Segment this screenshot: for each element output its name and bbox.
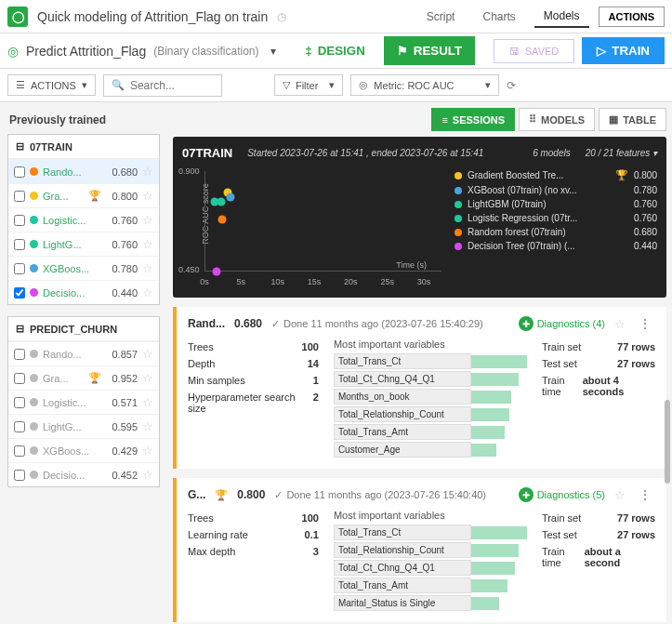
star-icon[interactable]: ☆: [142, 261, 153, 275]
kebab-icon[interactable]: ⋮: [635, 316, 655, 331]
session-box: ⊟07TRAINRando...0.680☆Gra...🏆0.800☆Logis…: [7, 134, 160, 305]
model-row[interactable]: Decisio...0.452☆: [8, 462, 159, 486]
model-checkbox[interactable]: [14, 166, 25, 178]
tab-script[interactable]: Script: [417, 7, 465, 27]
model-checkbox[interactable]: [14, 470, 25, 481]
model-row[interactable]: XGBoos...0.780☆: [8, 256, 159, 280]
tab-charts[interactable]: Charts: [473, 7, 524, 27]
actions-dropdown[interactable]: ☰ACTIONS ▾: [7, 74, 96, 96]
metric-dropdown[interactable]: ◎Metric: ROC AUC▾: [350, 74, 499, 96]
trophy-icon: 🏆: [88, 190, 101, 202]
legend-score: 0.760: [634, 213, 657, 223]
chart-point[interactable]: [226, 193, 234, 202]
model-row[interactable]: LightG...0.595☆: [8, 414, 159, 438]
model-row[interactable]: XGBoos...0.429☆: [8, 438, 159, 462]
star-icon[interactable]: ☆: [142, 237, 153, 251]
model-row[interactable]: Gra...🏆0.800☆: [8, 183, 159, 207]
train-button[interactable]: ▷TRAIN: [582, 37, 665, 64]
chart-features[interactable]: 20 / 21 features ▾: [586, 148, 657, 158]
star-icon[interactable]: ☆: [142, 285, 153, 299]
star-icon[interactable]: ☆: [142, 371, 153, 385]
model-checkbox[interactable]: [14, 397, 25, 408]
var-row: Customer_Age: [334, 442, 527, 458]
chart-xtick: 5s: [237, 277, 246, 286]
diagnostics-link[interactable]: ✚Diagnostics (4): [519, 316, 605, 331]
design-button[interactable]: ‡DESIGN: [294, 38, 376, 63]
model-checkbox[interactable]: [14, 373, 25, 384]
model-checkbox[interactable]: [14, 349, 25, 360]
diagnostics-link[interactable]: ✚Diagnostics (5): [519, 487, 605, 502]
card-stats: Train set77 rowsTest set27 rowsTrain tim…: [542, 339, 655, 459]
session-header[interactable]: ⊟07TRAIN: [8, 135, 159, 159]
star-icon[interactable]: ☆: [142, 419, 153, 433]
model-card: Rand...0.680✓Done 11 months ago (2023-07…: [173, 307, 666, 469]
model-checkbox[interactable]: [14, 191, 25, 202]
legend-row[interactable]: Logistic Regression (07tr...0.760: [455, 211, 657, 225]
chart-point[interactable]: [212, 268, 220, 276]
viewtab-table[interactable]: ▦TABLE: [599, 108, 666, 131]
chevron-down-icon[interactable]: ▾: [270, 45, 276, 58]
star-icon[interactable]: ☆: [614, 488, 626, 502]
param-row: Trees100: [188, 339, 319, 355]
target-icon: ◎: [7, 44, 19, 59]
model-checkbox[interactable]: [14, 445, 25, 457]
kebab-icon[interactable]: ⋮: [635, 487, 655, 502]
model-row[interactable]: Rando...0.680☆: [8, 159, 159, 183]
stat-row: Train timeabout 4 seconds: [542, 372, 655, 400]
star-icon[interactable]: ☆: [142, 444, 153, 458]
legend-row[interactable]: Gradient Boosted Tre...🏆0.800: [455, 167, 657, 183]
model-checkbox[interactable]: [14, 215, 25, 226]
model-name: Rando...: [43, 166, 101, 178]
model-row[interactable]: LightG...0.760☆: [8, 232, 159, 256]
viewtab-models[interactable]: ⠿MODELS: [519, 108, 595, 131]
model-score: 0.952: [106, 373, 138, 384]
star-icon[interactable]: ☆: [614, 317, 626, 331]
model-checkbox[interactable]: [14, 421, 25, 432]
model-row[interactable]: Logistic...0.571☆: [8, 390, 159, 414]
filter-dropdown[interactable]: ▽Filter▾: [274, 74, 343, 96]
legend-name: LightGBM (07train): [468, 199, 628, 209]
chart-point[interactable]: [217, 215, 226, 223]
legend-dot: [455, 201, 462, 208]
star-icon[interactable]: ☆: [142, 468, 153, 482]
model-score: 0.571: [106, 397, 138, 408]
star-icon[interactable]: ☆: [142, 395, 153, 409]
star-icon[interactable]: ☆: [142, 213, 153, 227]
model-name: XGBoos...: [43, 263, 101, 274]
model-row[interactable]: Gra...🏆0.952☆: [8, 365, 159, 390]
legend-row[interactable]: Random forest (07train)0.680: [455, 225, 657, 239]
session-header[interactable]: ⊟PREDICT_CHURN: [8, 317, 159, 341]
model-checkbox[interactable]: [14, 287, 25, 299]
app-logo-icon[interactable]: ◯: [7, 7, 28, 27]
legend-row[interactable]: Decision Tree (07train) (...0.440: [455, 239, 657, 253]
tab-models[interactable]: Models: [534, 6, 589, 28]
legend-row[interactable]: XGBoost (07train) (no xv...0.780: [455, 183, 657, 197]
star-icon[interactable]: ☆: [142, 189, 153, 203]
star-icon[interactable]: ☆: [142, 165, 153, 179]
model-checkbox[interactable]: [14, 263, 25, 274]
model-checkbox[interactable]: [14, 239, 25, 250]
chart-xtick: 0s: [200, 277, 209, 286]
model-row[interactable]: Decisio...0.440☆: [8, 280, 159, 304]
var-row: Total_Trans_Amt: [334, 578, 527, 593]
card-model-name[interactable]: Rand...: [188, 317, 225, 330]
refresh-icon[interactable]: ⟳: [507, 79, 516, 92]
card-done: ✓Done 11 months ago (2023-07-26 15:40:29…: [271, 318, 483, 330]
card-model-name[interactable]: G...: [188, 488, 205, 501]
model-row[interactable]: Logistic...0.760☆: [8, 207, 159, 232]
legend-score: 0.800: [634, 170, 657, 180]
scrollbar[interactable]: [665, 400, 670, 484]
actions-button[interactable]: ACTIONS: [599, 7, 665, 27]
model-row[interactable]: Rando...0.857☆: [8, 341, 159, 365]
search-box[interactable]: 🔍: [103, 74, 222, 97]
star-icon[interactable]: ☆: [142, 347, 153, 361]
legend-score: 0.680: [634, 227, 657, 237]
result-button[interactable]: ⚑RESULT: [384, 36, 475, 65]
saved-button[interactable]: 🖫SAVED: [494, 39, 574, 63]
search-input[interactable]: [130, 79, 214, 92]
chart-point[interactable]: [211, 197, 219, 206]
trophy-icon: 🏆: [615, 169, 628, 181]
viewtab-sessions[interactable]: ≡SESSIONS: [431, 108, 515, 131]
legend-row[interactable]: LightGBM (07train)0.760: [455, 197, 657, 211]
card-score: 0.680: [234, 317, 262, 330]
